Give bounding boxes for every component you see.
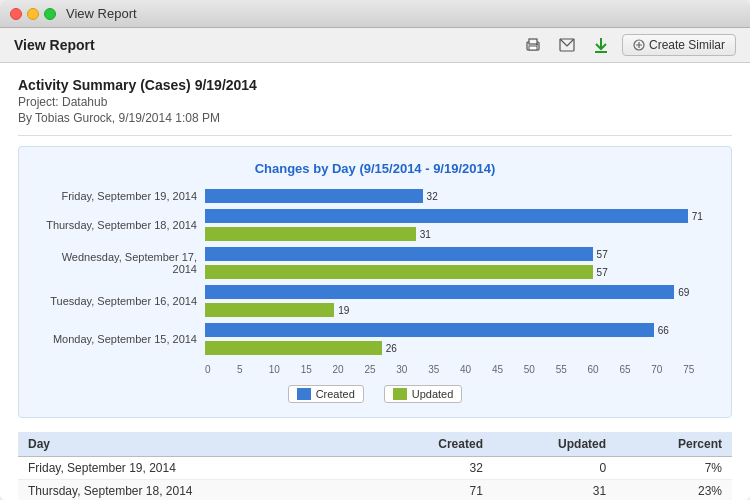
close-button[interactable]	[10, 8, 22, 20]
bar-wrap-created: 66	[205, 322, 715, 338]
x-tick: 45	[492, 364, 524, 375]
x-tick: 75	[683, 364, 715, 375]
col-percent: Percent	[616, 432, 732, 457]
x-tick: 15	[301, 364, 333, 375]
x-tick: 65	[619, 364, 651, 375]
x-tick: 50	[524, 364, 556, 375]
x-tick: 70	[651, 364, 683, 375]
cell-percent: 23%	[616, 480, 732, 501]
bar-created	[205, 247, 593, 261]
title-bar: View Report	[0, 0, 750, 28]
copy-icon	[633, 39, 645, 51]
chart-row-label: Thursday, September 18, 2014	[35, 219, 205, 231]
app-window: View Report View Report	[0, 0, 750, 500]
bar-wrap-created: 71	[205, 208, 715, 224]
bar-value-updated: 57	[597, 267, 608, 278]
toolbar-title: View Report	[14, 37, 95, 53]
cell-created: 32	[376, 457, 493, 480]
col-updated: Updated	[493, 432, 616, 457]
legend-updated-box	[393, 388, 407, 400]
window-title: View Report	[66, 6, 137, 21]
table-row: Thursday, September 18, 2014713123%	[18, 480, 732, 501]
report-author: By Tobias Gurock, 9/19/2014 1:08 PM	[18, 111, 732, 125]
bar-created	[205, 189, 423, 203]
chart-row-label: Wednesday, September 17, 2014	[35, 251, 205, 275]
x-tick: 55	[556, 364, 588, 375]
chart-section: Changes by Day (9/15/2014 - 9/19/2014) F…	[18, 146, 732, 418]
toolbar: View Report	[0, 28, 750, 63]
x-tick: 20	[333, 364, 365, 375]
legend-created: Created	[288, 385, 364, 403]
bar-updated	[205, 265, 593, 279]
legend-updated-label: Updated	[412, 388, 454, 400]
bar-created	[205, 323, 654, 337]
table-header-row: Day Created Updated Percent	[18, 432, 732, 457]
traffic-lights	[10, 8, 56, 20]
x-tick: 30	[396, 364, 428, 375]
email-icon	[559, 38, 575, 52]
x-tick: 60	[588, 364, 620, 375]
create-similar-label: Create Similar	[649, 38, 725, 52]
maximize-button[interactable]	[44, 8, 56, 20]
bar-value-created: 66	[658, 325, 669, 336]
chart-title: Changes by Day (9/15/2014 - 9/19/2014)	[35, 161, 715, 176]
x-tick: 5	[237, 364, 269, 375]
chart-row: Monday, September 15, 20146626	[35, 322, 715, 356]
bar-value-created: 69	[678, 287, 689, 298]
chart-row: Thursday, September 18, 20147131	[35, 208, 715, 242]
bar-value-updated: 31	[420, 229, 431, 240]
x-tick: 0	[205, 364, 237, 375]
download-icon	[594, 37, 608, 53]
bar-wrap-created: 69	[205, 284, 715, 300]
bars-container: 5757	[205, 246, 715, 280]
bar-wrap-created: 32	[205, 188, 715, 204]
col-created: Created	[376, 432, 493, 457]
print-button[interactable]	[520, 34, 546, 56]
data-table: Day Created Updated Percent Friday, Sept…	[18, 432, 732, 500]
bar-wrap-created: 57	[205, 246, 715, 262]
cell-percent: 7%	[616, 457, 732, 480]
chart-row: Wednesday, September 17, 20145757	[35, 246, 715, 280]
chart-row-label: Friday, September 19, 2014	[35, 190, 205, 202]
col-day: Day	[18, 432, 376, 457]
bar-value-created: 32	[427, 191, 438, 202]
create-similar-button[interactable]: Create Similar	[622, 34, 736, 56]
cell-day: Thursday, September 18, 2014	[18, 480, 376, 501]
chart-row-label: Tuesday, September 16, 2014	[35, 295, 205, 307]
svg-rect-2	[529, 46, 537, 50]
bars-container: 32	[205, 188, 715, 204]
x-tick: 35	[428, 364, 460, 375]
print-icon	[525, 37, 541, 53]
bar-wrap-updated: 57	[205, 264, 715, 280]
cell-updated: 0	[493, 457, 616, 480]
email-button[interactable]	[554, 34, 580, 56]
report-project: Project: Datahub	[18, 95, 732, 109]
legend-created-box	[297, 388, 311, 400]
cell-day: Friday, September 19, 2014	[18, 457, 376, 480]
bar-created	[205, 285, 674, 299]
download-button[interactable]	[588, 34, 614, 56]
toolbar-actions: Create Similar	[520, 34, 736, 56]
legend-created-label: Created	[316, 388, 355, 400]
bar-updated	[205, 227, 416, 241]
bar-wrap-updated: 26	[205, 340, 715, 356]
bar-value-created: 57	[597, 249, 608, 260]
bar-created	[205, 209, 688, 223]
bar-wrap-updated: 31	[205, 226, 715, 242]
section-divider	[18, 135, 732, 136]
x-axis: 051015202530354045505560657075	[205, 364, 715, 375]
minimize-button[interactable]	[27, 8, 39, 20]
bars-container: 6919	[205, 284, 715, 318]
bar-updated	[205, 341, 382, 355]
bars-container: 6626	[205, 322, 715, 356]
chart-row: Tuesday, September 16, 20146919	[35, 284, 715, 318]
bar-value-updated: 19	[338, 305, 349, 316]
x-tick: 10	[269, 364, 301, 375]
bar-updated	[205, 303, 334, 317]
x-tick: 40	[460, 364, 492, 375]
svg-rect-1	[529, 39, 537, 44]
chart-legend: Created Updated	[35, 385, 715, 403]
content-area: Activity Summary (Cases) 9/19/2014 Proje…	[0, 63, 750, 500]
cell-created: 71	[376, 480, 493, 501]
bar-value-updated: 26	[386, 343, 397, 354]
